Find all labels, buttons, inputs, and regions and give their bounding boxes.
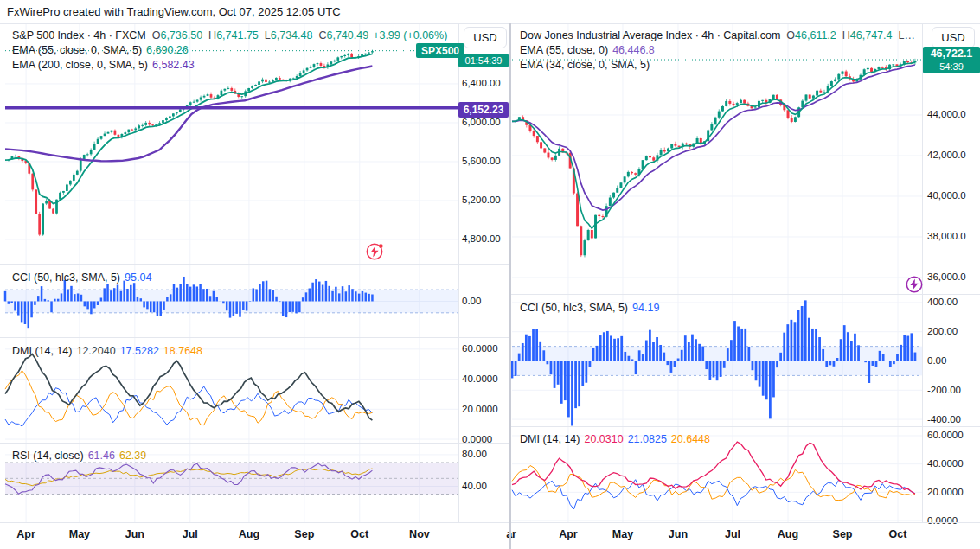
indicator-label: DMI (14, 14) [520,433,580,445]
divider [0,443,509,444]
ema55-legend[interactable]: EMA (55, close, 0)46,446.8 [520,43,655,57]
flash-icon[interactable] [365,242,384,261]
indicator-value: 94.19 [632,302,659,314]
currency-button[interactable]: USD [932,27,975,48]
indicator-label: CCI (50, hlc3, SMA, 5) [520,302,628,314]
minus-di-value: 20.6448 [671,433,710,445]
dmi-legend[interactable]: DMI (14, 14)12.204017.528218.7648 [12,344,202,358]
ohlc-low: 6,734.48 [271,29,313,41]
ohlc-close: 6,740.49 [326,29,368,41]
countdown: 54:39 [939,61,964,73]
ohlc-open: 46,611.2 [795,29,836,41]
flash-icon[interactable] [905,275,924,294]
indicator-label: DMI (14, 14) [12,345,72,357]
symbol-price-badge: SPX500 [416,43,464,58]
divider [0,337,509,338]
divider [511,294,980,295]
rsi-ma-value: 62.39 [119,450,146,462]
minus-di-value: 18.7648 [163,345,202,357]
indicator-value: 6,690.26 [146,44,189,56]
ohlc-low-truncated: L… [898,29,914,41]
ema55-legend[interactable]: EMA (55, close, 0, SMA, 5)6,690.26 [12,43,189,57]
panel-divider [509,23,511,549]
ohlc-high-label: H [842,29,850,41]
indicator-label: RSI (14, close) [12,450,84,462]
last-price: 46,722.1 [931,48,973,61]
symbol-legend[interactable]: S&P 500 Index · 4h · FXCMO6,736.50H6,741… [12,29,447,42]
plus-di-value: 17.5282 [120,345,159,357]
ohlc-open-label: O [786,29,795,41]
ohlc-high-label: H [208,29,216,41]
indicator-label: EMA (34, close, 0, SMA, 5) [520,59,650,71]
cci-legend[interactable]: CCI (50, hlc3, SMA, 5)94.19 [520,301,659,315]
symbol-price-badge: 46,722.1 54:39 [923,47,980,73]
ema34-legend[interactable]: EMA (34, close, 0, SMA, 5) [520,58,650,72]
divider [511,426,980,427]
symbol-title: Dow Jones Industrial Average Index · 4h … [520,29,780,41]
dmi-legend[interactable]: DMI (14, 14)20.031021.082520.6448 [520,432,710,446]
indicator-label: EMA (200, close, 0, SMA, 5) [12,59,148,71]
currency-button[interactable]: USD [464,27,507,48]
indicator-label: EMA (55, close, 0) [520,44,608,56]
indicator-value: 46,446.8 [612,44,655,56]
adx-value: 20.0310 [584,433,623,445]
ohlc-high: 6,741.75 [216,29,259,41]
indicator-label: EMA (55, close, 0, SMA, 5) [12,44,142,56]
plus-di-value: 21.0825 [628,433,667,445]
divider [0,264,509,265]
rsi-value: 61.46 [88,450,115,462]
ohlc-open: 6,736.50 [160,29,202,41]
price-scale[interactable] [923,24,980,522]
symbol-legend[interactable]: Dow Jones Industrial Average Index · 4h … [520,29,915,42]
indicator-label: CCI (50, hlc3, SMA, 5) [12,271,120,284]
price-scale[interactable] [459,24,509,522]
indicator-value: 95.04 [125,271,151,284]
credit-line: FxWirePro created with TradingView.com, … [7,5,341,18]
rsi-legend[interactable]: RSI (14, close)61.4662.39 [12,449,146,463]
ema200-legend[interactable]: EMA (200, close, 0, SMA, 5)6,582.43 [12,58,195,72]
ohlc-low-label: L [265,29,271,41]
ohlc-high: 46,747.4 [850,29,893,41]
adx-value: 12.2040 [76,345,115,357]
symbol-title: S&P 500 Index · 4h · FXCM [12,29,146,41]
level-price-badge: 6,152.23 [458,102,509,118]
cci-legend[interactable]: CCI (50, hlc3, SMA, 5)95.04 [12,271,151,284]
indicator-value: 6,582.43 [152,59,195,71]
ohlc-open-label: O [152,29,161,41]
ohlc-change: +3.99 (+0.06%) [373,29,447,41]
time-scale[interactable] [0,523,980,547]
countdown-badge: 01:54:39 [458,54,509,67]
